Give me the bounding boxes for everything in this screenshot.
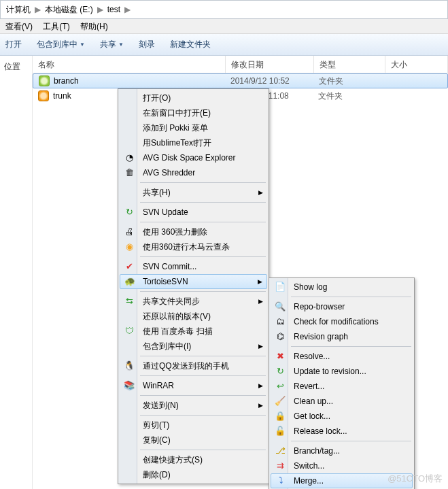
menu-icon: ⇆ [124, 296, 135, 307]
menu-icon: ✖ [275, 351, 286, 362]
menu-item[interactable]: 🧹Clean up... [271, 394, 413, 409]
context-menu[interactable]: 打开(O)在新窗口中打开(E)添加到 Pokki 菜单用SublimeText打… [118, 88, 269, 484]
menu-item[interactable]: 还原以前的版本(V) [120, 309, 267, 324]
crumb-computer[interactable]: 计算机 [6, 0, 31, 19]
toolbar-burn[interactable]: 刻录 [139, 39, 155, 50]
menu-item[interactable]: 添加到 Pokki 菜单 [120, 120, 267, 135]
menu-item[interactable]: 🗑AVG Shredder [120, 165, 267, 180]
menu-label: 在新窗口中打开(E) [143, 105, 211, 120]
crumb-folder[interactable]: test [107, 0, 120, 19]
menu-item[interactable]: 发送到(N)▶ [120, 398, 267, 413]
menu-item[interactable]: ◉使用360进行木马云查杀 [120, 239, 267, 254]
menu-item[interactable]: 在新窗口中打开(E) [120, 105, 267, 120]
menu-label: Show log [294, 280, 327, 294]
crumb-sep-icon: ▶ [94, 0, 106, 19]
menu-item[interactable]: 🐧通过QQ发送到我的手机 [120, 358, 267, 373]
file-name: branch [54, 76, 230, 86]
menu-item[interactable]: ⇉Switch... [271, 458, 413, 473]
menu-icon: 📄 [275, 282, 286, 292]
toolbar-share[interactable]: 共享▼ [100, 39, 124, 50]
col-date[interactable]: 修改日期 [226, 56, 314, 73]
toolbar-newfolder[interactable]: 新建文件夹 [170, 39, 211, 50]
menu-label: Revert... [294, 379, 324, 394]
menu-label: 使用360进行木马云查杀 [143, 239, 230, 254]
menu-item[interactable]: 删除(D) [120, 467, 267, 482]
crumb-drive[interactable]: 本地磁盘 (E:) [45, 0, 93, 19]
menu-item[interactable]: ◔AVG Disk Space Explorer [120, 150, 267, 165]
toolbar-open[interactable]: 打开 [5, 39, 22, 50]
menu-item[interactable]: ⎇Branch/tag... [271, 443, 413, 458]
menu-item[interactable]: 创建快捷方式(S) [120, 452, 267, 467]
menu-item[interactable]: 用SublimeText打开 [120, 135, 267, 150]
menu-label: 复制(C) [143, 433, 171, 448]
menu-label: Release lock... [294, 424, 347, 439]
menu-tools[interactable]: 工具(T) [43, 22, 69, 31]
menu-label: Resolve... [294, 349, 330, 364]
menu-label: TortoiseSVN [143, 274, 188, 289]
nav-tree[interactable]: 位置 [0, 56, 33, 489]
menu-item[interactable]: 共享(H)▶ [120, 185, 267, 200]
toolbar-include[interactable]: 包含到库中▼ [37, 39, 85, 50]
menu-view[interactable]: 查看(V) [5, 22, 33, 31]
breadcrumb[interactable]: 计算机 ▶ 本地磁盘 (E:) ▶ test ▶ [0, 0, 448, 19]
menubar: 查看(V) 工具(T) 帮助(H) [0, 19, 448, 34]
menu-icon: 🗑 [124, 167, 135, 178]
folder-icon [39, 75, 50, 86]
tortoisesvn-submenu[interactable]: 📄Show log🔍Repo-browser🗂Check for modific… [269, 277, 415, 489]
menu-item[interactable]: 📚WinRAR▶ [120, 378, 267, 393]
menu-icon: 🛡 [124, 326, 135, 337]
toolbar: 打开 包含到库中▼ 共享▼ 刻录 新建文件夹 [0, 34, 448, 56]
col-type[interactable]: 类型 [314, 56, 385, 73]
menu-label: 用SublimeText打开 [143, 135, 211, 150]
menu-item[interactable]: 🐢TortoiseSVN▶ [120, 274, 267, 289]
menu-item[interactable]: ✖Resolve... [271, 349, 413, 364]
menu-item[interactable]: 🗂Check for modifications [271, 314, 413, 329]
menu-item[interactable]: 🔓Release lock... [271, 424, 413, 439]
menu-item[interactable]: 打开(O) [120, 90, 267, 105]
menu-item[interactable]: ↻SVN Update [120, 205, 267, 220]
menu-icon: ✔ [124, 261, 135, 272]
menu-item[interactable]: ⇆共享文件夹同步▶ [120, 294, 267, 309]
menu-item[interactable]: 剪切(T) [120, 418, 267, 433]
menu-label: WinRAR [143, 378, 174, 393]
menu-icon: ◉ [124, 241, 135, 252]
menu-item[interactable]: 🖨使用 360强力删除 [120, 224, 267, 239]
crumb-sep-icon: ▶ [122, 0, 133, 19]
file-row-branch[interactable]: branch 2014/9/12 10:52 文件夹 [33, 73, 448, 88]
menu-item[interactable]: 🛡使用 百度杀毒 扫描 [120, 324, 267, 339]
menu-item[interactable]: 复制(C) [120, 433, 267, 448]
menu-icon: 🖨 [124, 226, 135, 237]
col-size[interactable]: 大小 [385, 56, 448, 73]
menu-help[interactable]: 帮助(H) [80, 22, 108, 31]
menu-item[interactable]: 包含到库中(I)▶ [120, 339, 267, 354]
menu-item[interactable]: ✔SVN Commit... [120, 259, 267, 274]
menu-icon: ↻ [124, 207, 135, 218]
menu-icon: ◔ [124, 152, 135, 163]
menu-item[interactable]: ↩Revert... [271, 379, 413, 394]
menu-label: Switch... [294, 458, 324, 473]
menu-label: AVG Disk Space Explorer [143, 150, 236, 165]
menu-icon: ⌬ [275, 331, 286, 342]
menu-item[interactable]: ⌬Revision graph [271, 329, 413, 344]
menu-item[interactable]: ↻Update to revision... [271, 364, 413, 379]
menu-icon: 🐢 [124, 276, 135, 287]
menu-icon: ⇉ [275, 460, 286, 471]
folder-icon [38, 90, 49, 101]
file-type: 文件夹 [318, 90, 390, 102]
menu-icon: ↻ [275, 366, 286, 377]
menu-label: 删除(D) [143, 467, 171, 482]
menu-item[interactable]: 🔍Repo-browser [271, 299, 413, 314]
menu-label: 发送到(N) [143, 398, 179, 413]
crumb-sep-icon: ▶ [32, 0, 44, 19]
menu-label: 添加到 Pokki 菜单 [143, 120, 208, 135]
menu-label: Merge... [294, 473, 324, 488]
submenu-arrow-icon: ▶ [258, 378, 263, 393]
menu-item[interactable]: 🔒Get lock... [271, 409, 413, 424]
menu-label: Branch/tag... [294, 443, 340, 458]
menu-item[interactable]: 📄Show log [271, 280, 413, 294]
column-headers[interactable]: 名称 修改日期 类型 大小 [33, 56, 448, 73]
col-name[interactable]: 名称 [33, 56, 226, 73]
menu-icon: 📚 [124, 380, 135, 391]
menu-icon: 🧹 [275, 396, 286, 407]
file-type: 文件夹 [319, 75, 390, 87]
